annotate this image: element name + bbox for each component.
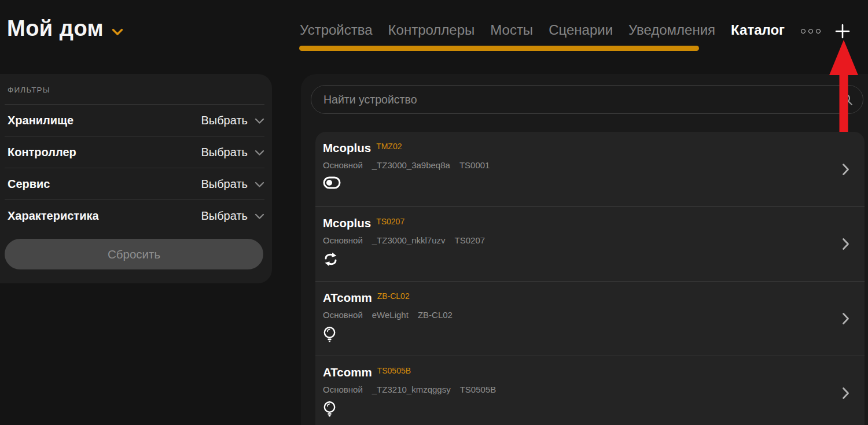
device-name: Mcoplus (323, 216, 371, 230)
filter-label: Характеристика (5, 209, 99, 223)
device-model-code: ZB-CL02 (377, 291, 410, 301)
device-model-code: TS0505B (377, 366, 411, 375)
dot-icon (801, 29, 806, 34)
chevron-down-icon (255, 114, 264, 127)
chevron-down-icon (112, 16, 123, 41)
device-meta: TS0505B (460, 385, 496, 394)
device-meta: _TZ3000_3a9beq8a (372, 160, 450, 170)
chevron-right-icon[interactable] (842, 163, 849, 176)
tab-1[interactable]: Контроллеры (388, 22, 475, 38)
device-name: ATcomm (323, 365, 372, 379)
device-meta: TS0207 (455, 235, 486, 245)
filters-sidebar: ФИЛЬТРЫ ХранилищеВыбратьКонтроллерВыбрат… (0, 74, 272, 283)
filter-value: Выбрать (201, 209, 248, 223)
tab-4[interactable]: Уведомления (628, 22, 715, 38)
top-navigation: УстройстваКонтроллерыМостыСценарииУведом… (300, 22, 785, 38)
add-device-button[interactable] (834, 24, 851, 41)
device-row-3[interactable]: ATcommTS0505BОсновной_TZ3210_kmzqggsyTS0… (315, 356, 865, 425)
chevron-right-icon[interactable] (842, 312, 849, 325)
search-icon[interactable] (840, 93, 854, 106)
plus-icon (834, 23, 851, 42)
bulb-icon (323, 401, 830, 417)
device-search-bar (311, 85, 863, 114)
device-meta: Основной (323, 310, 363, 320)
dot-icon (808, 29, 813, 34)
device-name: Mcoplus (323, 141, 371, 155)
device-meta: Основной (323, 235, 363, 245)
device-meta: TS0001 (459, 160, 490, 170)
device-meta: eWeLight (372, 310, 409, 320)
devices-panel: McoplusTMZ02Основной_TZ3000_3a9beq8aTS00… (301, 74, 868, 425)
tab-3[interactable]: Сценарии (549, 22, 613, 38)
filter-row-1[interactable]: КонтроллерВыбрать (5, 136, 264, 168)
device-name: ATcomm (323, 291, 372, 305)
filter-label: Хранилище (5, 114, 73, 127)
active-tab-underline (299, 46, 699, 51)
filter-label: Контроллер (5, 146, 76, 159)
device-row-2[interactable]: ATcommZB-CL02ОсновнойeWeLightZB-CL02 (315, 281, 865, 356)
toggle-icon (323, 176, 830, 193)
home-selector[interactable]: Мой дом (7, 16, 123, 41)
filter-row-3[interactable]: ХарактеристикаВыбрать (5, 200, 264, 232)
device-list: McoplusTMZ02Основной_TZ3000_3a9beq8aTS00… (315, 132, 865, 425)
device-model-code: TS0207 (376, 217, 404, 226)
filter-row-2[interactable]: СервисВыбрать (5, 168, 264, 200)
search-input[interactable] (311, 86, 840, 113)
dot-icon (816, 29, 821, 34)
home-title-label: Мой дом (7, 16, 104, 41)
filter-value: Выбрать (201, 146, 248, 159)
filter-value: Выбрать (201, 114, 248, 127)
device-model-code: TMZ02 (376, 142, 402, 151)
device-row-0[interactable]: McoplusTMZ02Основной_TZ3000_3a9beq8aTS00… (315, 132, 865, 206)
filter-label: Сервис (5, 178, 50, 191)
device-meta: _TZ3210_kmzqggsy (372, 385, 451, 394)
device-meta: Основной (323, 160, 363, 170)
device-meta: ZB-CL02 (418, 310, 453, 320)
chevron-down-icon (255, 178, 264, 191)
device-row-1[interactable]: McoplusTS0207Основной_TZ3000_nkkl7uzvTS0… (315, 206, 865, 281)
chevron-down-icon (255, 209, 264, 223)
device-meta: Основной (323, 385, 363, 394)
chevron-down-icon (255, 146, 264, 159)
more-options-button[interactable] (801, 29, 821, 34)
device-meta: _TZ3000_nkkl7uzv (372, 235, 446, 245)
chevron-right-icon[interactable] (842, 238, 849, 250)
filter-row-0[interactable]: ХранилищеВыбрать (5, 105, 264, 136)
tab-0[interactable]: Устройства (300, 22, 373, 38)
tab-catalog[interactable]: Каталог (731, 22, 785, 38)
tab-2[interactable]: Мосты (490, 22, 533, 38)
reset-filters-button[interactable]: Сбросить (5, 239, 263, 269)
bulb-icon (323, 326, 830, 342)
filters-heading: ФИЛЬТРЫ (0, 74, 272, 94)
chevron-right-icon[interactable] (842, 387, 849, 400)
sync-icon (323, 252, 830, 268)
filter-value: Выбрать (201, 178, 248, 191)
